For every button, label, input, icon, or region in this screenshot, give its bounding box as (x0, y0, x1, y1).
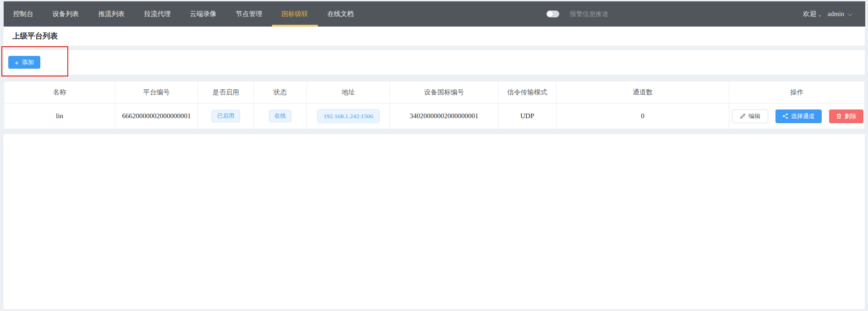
col-header-channel-count: 通道数 (557, 82, 729, 104)
top-navbar: 控制台 设备列表 推流列表 拉流代理 云端录像 节点管理 国标级联 在线文档 报… (4, 1, 865, 27)
cell-channel-count: 0 (557, 104, 729, 129)
toolbar-panel: + 添加 (4, 50, 865, 75)
cell-enabled: 已启用 (198, 104, 254, 129)
page-title: 上级平台列表 (12, 31, 58, 41)
plus-icon: + (15, 59, 19, 66)
share-icon (782, 113, 788, 119)
status-badge: 在线 (269, 110, 291, 122)
platform-table: 名称 平台编号 是否启用 状态 地址 设备国标编号 信令传输模式 通道数 操作 … (4, 81, 865, 129)
chevron-down-icon (847, 11, 852, 16)
tab-pull-stream-proxy[interactable]: 拉流代理 (135, 1, 180, 27)
edit-button[interactable]: 编辑 (732, 109, 768, 123)
edit-button-label: 编辑 (748, 113, 760, 119)
title-bar: 上级平台列表 (4, 27, 865, 46)
tab-cloud-recording[interactable]: 云端录像 (180, 1, 226, 27)
welcome-text: 欢迎， (803, 10, 823, 18)
cell-device-gb-id: 34020000002000000001 (390, 104, 498, 129)
trash-icon (836, 113, 842, 119)
toggle-knob (547, 11, 553, 17)
table-header-row: 名称 平台编号 是否启用 状态 地址 设备国标编号 信令传输模式 通道数 操作 (5, 82, 865, 104)
col-header-actions: 操作 (729, 82, 865, 104)
alarm-push-toggle-group: 报警信息推送 (546, 1, 608, 27)
platform-table-panel: 名称 平台编号 是否启用 状态 地址 设备国标编号 信令传输模式 通道数 操作 … (4, 81, 865, 129)
tab-device-list[interactable]: 设备列表 (43, 1, 89, 27)
tab-gb-cascade[interactable]: 国标级联 (272, 1, 318, 27)
username: admin (828, 10, 844, 18)
select-channel-button[interactable]: 选择通道 (775, 109, 822, 123)
cell-name: lin (5, 104, 115, 129)
col-header-status: 状态 (254, 82, 307, 104)
cell-address: 192.168.1.242:1506 (307, 104, 390, 129)
col-header-enabled: 是否启用 (198, 82, 254, 104)
add-button-label: 添加 (22, 58, 34, 66)
enabled-badge: 已启用 (212, 110, 240, 122)
tab-console[interactable]: 控制台 (4, 1, 43, 27)
cell-transport-mode: UDP (498, 104, 557, 129)
add-button[interactable]: + 添加 (8, 56, 40, 69)
nav-tabs: 控制台 设备列表 推流列表 拉流代理 云端录像 节点管理 国标级联 在线文档 (4, 1, 364, 27)
delete-button-label: 删除 (845, 113, 857, 119)
alarm-push-toggle[interactable] (546, 11, 559, 17)
pencil-icon (740, 113, 746, 119)
select-channel-button-label: 选择通道 (791, 113, 815, 119)
tab-online-docs[interactable]: 在线文档 (318, 1, 364, 27)
cell-actions: 编辑 选择通道 (729, 104, 865, 129)
delete-button[interactable]: 删除 (829, 109, 863, 123)
user-menu[interactable]: 欢迎，admin (803, 1, 852, 27)
col-header-device-gb-id: 设备国标编号 (390, 82, 498, 104)
col-header-transport-mode: 信令传输模式 (498, 82, 557, 104)
page: 控制台 设备列表 推流列表 拉流代理 云端录像 节点管理 国标级联 在线文档 报… (0, 0, 868, 311)
address-badge: 192.168.1.242:1506 (317, 109, 379, 124)
cell-platform-id: 66620000002000000001 (115, 104, 198, 129)
cell-status: 在线 (254, 104, 307, 129)
alarm-push-label: 报警信息推送 (570, 10, 608, 18)
tab-push-stream-list[interactable]: 推流列表 (89, 1, 135, 27)
col-header-platform-id: 平台编号 (115, 82, 198, 104)
tab-node-management[interactable]: 节点管理 (226, 1, 272, 27)
empty-content-area (4, 134, 865, 309)
table-row: lin 66620000002000000001 已启用 在线 192.168.… (5, 104, 865, 129)
col-header-name: 名称 (5, 82, 115, 104)
col-header-address: 地址 (307, 82, 390, 104)
